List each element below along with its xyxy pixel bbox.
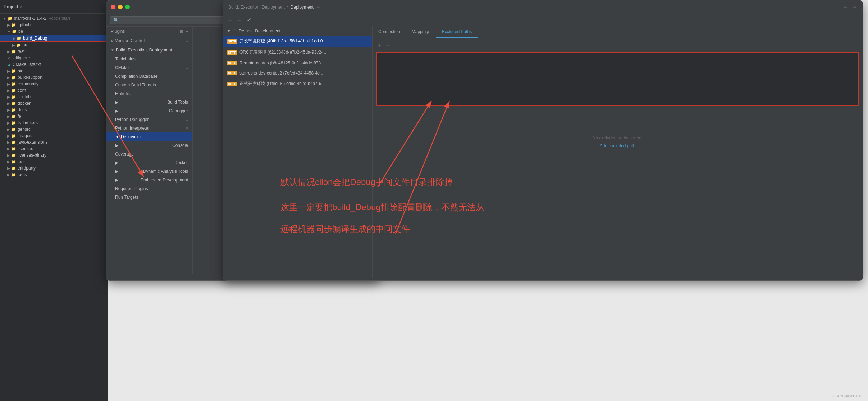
nav-required-plugins[interactable]: Required Plugins (106, 184, 192, 193)
minimize-button[interactable] (118, 5, 123, 9)
tree-java-ext[interactable]: ▶ 📁 java-extensions (0, 139, 108, 145)
nav-toolchains[interactable]: Toolchains (106, 55, 192, 63)
folder-icon: 📁 (11, 108, 16, 112)
tree-conf[interactable]: ▶ 📁 conf (0, 87, 108, 94)
nav-arrows: ← → (842, 4, 858, 10)
annotation-line3: 远程机器同步编译生成的中间文件 (280, 223, 410, 235)
excluded-paths-content: + − No excluded paths added. Add exclude… (373, 38, 863, 278)
tree-test2[interactable]: ▶ 📁 test (0, 158, 108, 165)
item-label: contrib (18, 94, 31, 99)
nav-makefile[interactable]: Makefile (106, 89, 192, 98)
chevron-icon: ▶ (7, 23, 10, 27)
tree-cmake[interactable]: ▲ CMakeLists.txt (0, 61, 108, 68)
chevron-icon: ▶ (111, 39, 114, 43)
server-item-3[interactable]: SFTP Remote-centos (b8c48125-0c21-4dde-8… (223, 58, 372, 68)
remote-dev-icon: ☰ (233, 29, 237, 33)
tree-be[interactable]: ▼ 📁 be (0, 28, 108, 35)
detail-panel: Connection Mappings Excluded Paths + − N… (373, 26, 863, 278)
ep-add-button[interactable]: + (376, 42, 382, 49)
nav-compilation-db[interactable]: Compilation Database (106, 72, 192, 81)
nav-deployment[interactable]: ▼ Deployment ≡ (106, 132, 192, 141)
tab-excluded-paths[interactable]: Excluded Paths (436, 26, 478, 38)
tree-test[interactable]: ▶ 📁 test (0, 48, 108, 55)
nav-docker[interactable]: ▶ Docker (106, 158, 192, 167)
chevron-icon: ▶ (7, 134, 10, 138)
item-label: licenses-binary (18, 153, 46, 158)
item-label: docs (18, 107, 27, 112)
chevron-icon: ▶ (7, 127, 10, 131)
folder-icon: 📁 (11, 153, 16, 158)
tree-thirdparty[interactable]: ▶ 📁 thirdparty (0, 165, 108, 171)
tree-github[interactable]: ▶ 📁 .github (0, 22, 108, 28)
nav-coverage[interactable]: Coverage (106, 150, 192, 158)
chevron-icon: ▶ (7, 173, 10, 177)
tree-gitignore[interactable]: ⊘ .gitignore (0, 55, 108, 61)
tree-fs-brokers[interactable]: ▶ 📁 fs_brokers (0, 120, 108, 126)
nav-embedded-dev[interactable]: ▶ Embedded Development (106, 176, 192, 184)
nav-python-debugger[interactable]: Python Debugger ≡ (106, 115, 192, 124)
folder-icon: 📁 (12, 29, 17, 34)
add-excluded-path-link[interactable]: Add excluded path (600, 143, 635, 148)
deployment-body: ▼ ☰ Remote Development SFTP 开发环境搭建 (40fb… (223, 26, 863, 278)
close-button[interactable] (111, 5, 115, 9)
nav-plugins[interactable]: Plugins ⊞ ≡ (106, 27, 192, 36)
chevron-icon: ▶ (7, 108, 10, 112)
deployment-detail-panel: Build, Execution, Deployment › Deploymen… (223, 0, 863, 281)
tree-build-support[interactable]: ▶ 📁 build-support (0, 74, 108, 81)
remove-server-button[interactable]: − (236, 16, 242, 24)
python-interp-icon: ≡ (186, 126, 188, 130)
server-item-5[interactable]: SFTP 正式开发环境 (f1f8e186-cd9c-4b2d-b4a7-6..… (223, 78, 372, 89)
nav-custom-build[interactable]: Custom Build Targets (106, 81, 192, 89)
tree-licenses[interactable]: ▶ 📁 licenses (0, 145, 108, 152)
server-label-3: Remote-centos (b8c48125-0c21-4dde-878... (239, 60, 324, 66)
nav-cmake[interactable]: CMake ≡ (106, 63, 192, 72)
tree-licenses-binary[interactable]: ▶ 📁 licenses-binary (0, 152, 108, 158)
deployment-toolbar: + − ✓ (223, 14, 863, 26)
tree-contrib[interactable]: ▶ 📁 contrib (0, 94, 108, 100)
item-label: conf (18, 88, 26, 93)
tab-mappings[interactable]: Mappings (406, 26, 436, 38)
nav-debugger[interactable]: ▶ Debugger (106, 107, 192, 115)
nav-build-tools[interactable]: ▶ Build Tools (106, 98, 192, 107)
server-item-4[interactable]: SFTP starrocks-dev-centos2 (7efed434-445… (223, 68, 372, 78)
folder-icon: 📁 (11, 166, 16, 171)
server-item-1[interactable]: SFTP 开发环境搭建 (40fbd13b-c58d-41bb-b1dd-0..… (223, 36, 372, 47)
folder-icon: 📁 (11, 82, 16, 86)
nav-build-execution[interactable]: ▼ Build, Execution, Deployment (106, 45, 192, 55)
tree-src[interactable]: ▶ 📁 src (0, 42, 108, 48)
nav-run-targets[interactable]: Run Targets (106, 193, 192, 202)
ep-remove-button[interactable]: − (384, 42, 390, 49)
tree-build-debug[interactable]: ▶ 📁 build_Debug (0, 35, 108, 42)
nav-dynamic-analysis[interactable]: ▶ Dynamic Analysis Tools (106, 167, 192, 176)
tree-docker[interactable]: ▶ 📁 docker (0, 100, 108, 107)
deployment-icon: ≡ (186, 135, 188, 139)
tree-images[interactable]: ▶ 📁 images (0, 132, 108, 139)
chevron-icon: ▶ (7, 166, 10, 170)
nav-python-interpreter[interactable]: Python Interpreter ≡ (106, 124, 192, 132)
tree-gensrc[interactable]: ▶ 📁 gensrc (0, 126, 108, 132)
nav-version-control[interactable]: ▶ Version Control ≡ (106, 36, 192, 45)
cmake-icon: ▲ (7, 62, 11, 67)
tree-fe[interactable]: ▶ 📁 fe (0, 113, 108, 120)
breadcrumb-parent: Build, Execution, Deployment (228, 5, 285, 10)
remote-dev-header: ▼ ☰ Remote Development (223, 26, 372, 36)
tab-connection[interactable]: Connection (373, 26, 406, 38)
maximize-button[interactable] (125, 5, 130, 9)
tree-bin[interactable]: ▶ 📁 bin (0, 68, 108, 74)
sftp-icon-3: SFTP (227, 61, 237, 65)
tree-community[interactable]: ▶ 📁 community (0, 81, 108, 87)
tree-tools[interactable]: ▶ 📁 tools (0, 171, 108, 178)
server-item-2[interactable]: SFTP ORC开发环境 (6213348d-e7b2-45da-93c2-..… (223, 47, 372, 58)
ep-toolbar: + − (376, 42, 859, 49)
chevron-icon: ▶ (115, 169, 118, 174)
back-arrow[interactable]: ← (842, 4, 848, 10)
chevron-icon: ▶ (7, 82, 10, 86)
forward-arrow[interactable]: → (852, 4, 858, 10)
tree-docs[interactable]: ▶ 📁 docs (0, 107, 108, 113)
sftp-icon-4: SFTP (227, 71, 237, 75)
nav-console[interactable]: ▶ Console (106, 141, 192, 150)
tree-root[interactable]: ▼ 📁 starrocks-3.1.4-2 ~/code/starr (0, 15, 108, 22)
confirm-button[interactable]: ✓ (245, 16, 253, 24)
add-server-button[interactable]: + (227, 16, 233, 24)
folder-icon: 📁 (11, 127, 16, 132)
